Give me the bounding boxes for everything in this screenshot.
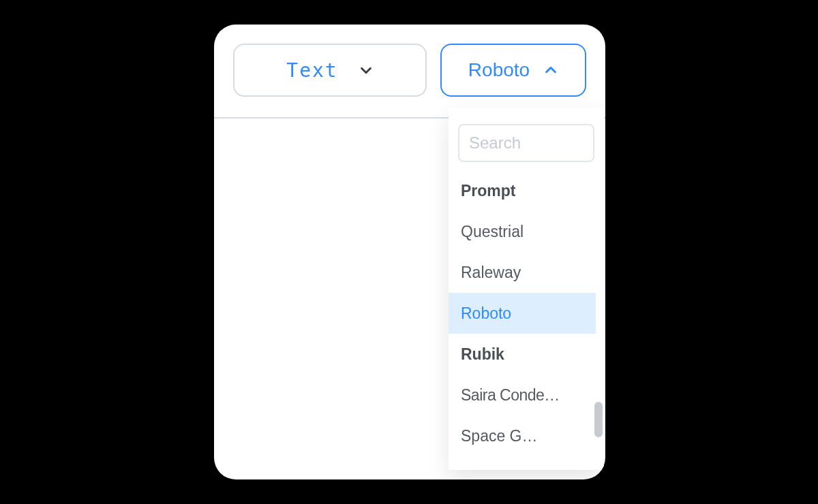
font-option[interactable]: Rubik xyxy=(449,334,596,375)
font-option[interactable]: Space G… xyxy=(449,415,596,456)
font-dropdown-menu: Prompt Questrial Raleway Roboto Rubik Sa… xyxy=(449,108,604,470)
editor-panel: Text Roboto Prompt Questrial Ralewa xyxy=(214,25,605,479)
element-type-label: Text xyxy=(286,59,337,82)
font-family-label: Roboto xyxy=(468,59,530,81)
font-family-dropdown[interactable]: Roboto xyxy=(440,44,586,97)
element-type-dropdown[interactable]: Text xyxy=(233,44,427,97)
font-list-scrollbar[interactable] xyxy=(594,170,603,456)
font-option-selected[interactable]: Roboto xyxy=(449,293,596,334)
font-option[interactable]: Raleway xyxy=(449,252,596,293)
toolbar: Text Roboto xyxy=(214,25,605,109)
chevron-down-icon xyxy=(359,63,374,78)
chevron-up-icon xyxy=(543,63,558,78)
font-search-input[interactable] xyxy=(458,124,594,162)
font-option[interactable]: Saira Conde… xyxy=(449,375,596,415)
scrollbar-thumb[interactable] xyxy=(594,402,603,437)
font-option[interactable]: Questrial xyxy=(449,211,596,252)
font-options-list: Prompt Questrial Raleway Roboto Rubik Sa… xyxy=(449,170,604,456)
font-option[interactable]: Prompt xyxy=(449,170,596,211)
